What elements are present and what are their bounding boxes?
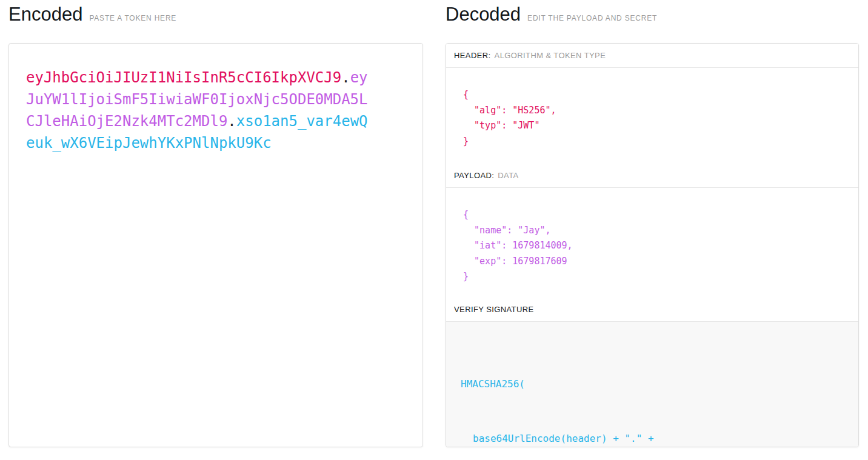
signature-code-line: base64UrlEncode(header) + "." + [461, 430, 858, 447]
token-segment-payload: ey [350, 69, 368, 86]
verify-signature-area: HMACSHA256( base64UrlEncode(header) + ".… [446, 322, 858, 447]
encoded-header: Encoded PASTE A TOKEN HERE [8, 0, 423, 43]
token-line: CJleHAiOjE2Nzk4MTc2MDl9.xso1an5_var4ewQ [26, 110, 406, 132]
decoded-panel: HEADER: ALGORITHM & TOKEN TYPE { "alg": … [446, 43, 859, 447]
encoded-token[interactable]: eyJhbGciOiJIUzI1NiIsInR5cCI6IkpXVCJ9.eyJ… [26, 67, 406, 154]
decoded-title: Decoded [446, 4, 521, 25]
token-segment-header: eyJhbGciOiJIUzI1NiIsInR5cCI6IkpXVCJ9 [26, 69, 341, 86]
token-segment-signature: euk_wX6VEipJewhYKxPNlNpkU9Kc [26, 135, 272, 152]
signature-section-bar: VERIFY SIGNATURE [446, 298, 858, 322]
token-segment-dot: . [227, 113, 236, 130]
encoded-subtitle: PASTE A TOKEN HERE [89, 14, 176, 22]
payload-section-bar: PAYLOAD: DATA [446, 164, 858, 188]
header-section-bar: HEADER: ALGORITHM & TOKEN TYPE [446, 44, 858, 68]
header-section-sublabel: ALGORITHM & TOKEN TYPE [495, 51, 606, 60]
encoded-title: Encoded [8, 4, 82, 25]
header-section-label: HEADER: [454, 51, 491, 60]
encoded-column: Encoded PASTE A TOKEN HERE eyJhbGciOiJIU… [8, 0, 423, 447]
token-segment-dot: . [341, 69, 350, 86]
decoded-subtitle: EDIT THE PAYLOAD AND SECRET [527, 14, 657, 22]
decoded-header: Decoded EDIT THE PAYLOAD AND SECRET [446, 0, 859, 43]
jwt-debugger-page: Encoded PASTE A TOKEN HERE eyJhbGciOiJIU… [0, 0, 868, 447]
token-segment-payload: CJleHAiOjE2Nzk4MTc2MDl9 [26, 113, 227, 130]
token-line: eyJhbGciOiJIUzI1NiIsInR5cCI6IkpXVCJ9.ey [26, 67, 406, 88]
decoded-column: Decoded EDIT THE PAYLOAD AND SECRET HEAD… [446, 0, 859, 447]
header-json-editor[interactable]: { "alg": "HS256", "typ": "JWT" } [446, 68, 858, 164]
encoded-token-editor[interactable]: eyJhbGciOiJIUzI1NiIsInR5cCI6IkpXVCJ9.eyJ… [8, 43, 423, 447]
token-segment-payload: JuYW1lIjoiSmF5IiwiaWF0IjoxNjc5ODE0MDA5L [26, 91, 368, 108]
payload-section-sublabel: DATA [498, 171, 518, 180]
payload-json-editor[interactable]: { "name": "Jay", "iat": 1679814009, "exp… [446, 188, 858, 298]
token-line: JuYW1lIjoiSmF5IiwiaWF0IjoxNjc5ODE0MDA5L [26, 88, 406, 110]
signature-code-line: HMACSHA256( [461, 375, 858, 393]
signature-section-label: VERIFY SIGNATURE [454, 305, 534, 314]
payload-section-label: PAYLOAD: [454, 171, 494, 180]
token-line: euk_wX6VEipJewhYKxPNlNpkU9Kc [26, 132, 406, 154]
token-segment-signature: xso1an5_var4ewQ [236, 113, 368, 130]
